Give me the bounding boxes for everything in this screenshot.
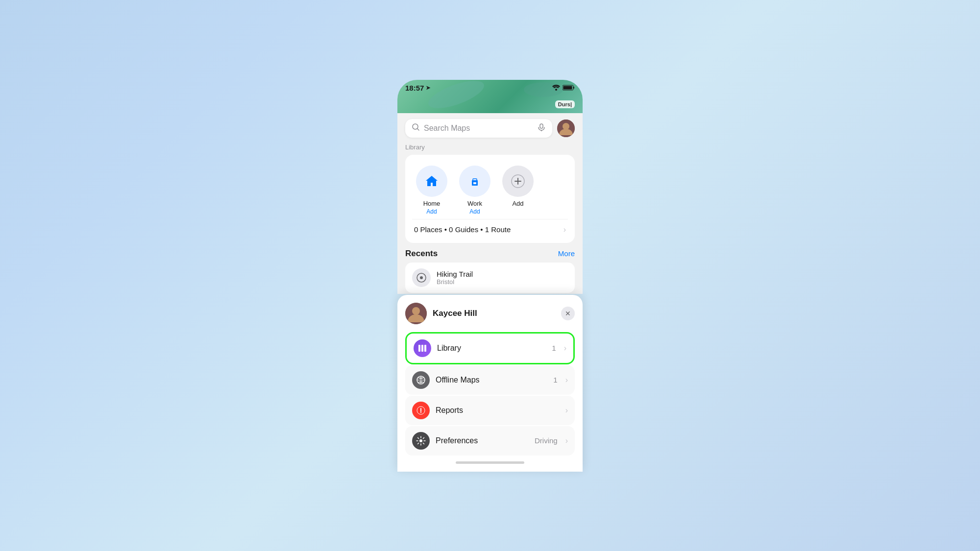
- status-icons: [552, 84, 575, 93]
- recents-header: Recents More: [405, 249, 575, 259]
- work-icon-circle: [459, 166, 490, 197]
- svg-rect-3: [564, 86, 572, 89]
- svg-point-0: [555, 89, 557, 91]
- map-label: Durs|: [555, 100, 575, 108]
- offline-maps-badge: 1: [553, 376, 557, 384]
- offline-maps-menu-icon: [412, 371, 430, 389]
- recent-item-text: Hiking Trail Bristol: [437, 270, 568, 286]
- user-card-avatar: [405, 303, 427, 324]
- work-library-item[interactable]: Work Add: [455, 166, 494, 215]
- svg-rect-17: [421, 345, 423, 352]
- map-peek: 18:57 ➤: [397, 80, 583, 113]
- microphone-icon[interactable]: [538, 123, 545, 133]
- phone-container: 18:57 ➤: [397, 80, 583, 472]
- status-bar: 18:57 ➤: [405, 84, 575, 93]
- library-menu-icon: [414, 339, 431, 357]
- home-add-label: Add: [426, 208, 437, 215]
- preferences-menu-icon: [412, 432, 430, 450]
- search-icon: [412, 123, 420, 133]
- reports-menu-icon: [412, 402, 430, 419]
- library-section: Home Add Work Add: [405, 155, 575, 243]
- preferences-label: Preferences: [436, 436, 529, 445]
- offline-maps-label: Offline Maps: [436, 376, 547, 384]
- search-placeholder: Search Maps: [424, 124, 534, 133]
- offline-maps-chevron-icon: ›: [565, 376, 568, 384]
- reports-label: Reports: [436, 406, 552, 415]
- places-count-text: 0 Places • 0 Guides • 1 Route: [414, 225, 511, 234]
- home-icon-circle: [416, 166, 447, 197]
- svg-rect-5: [540, 124, 543, 128]
- preferences-badge: Driving: [535, 436, 558, 445]
- library-section-label: Library: [405, 144, 575, 151]
- user-avatar-button[interactable]: [557, 120, 575, 137]
- menu-list: Library 1 › Offline Maps 1 ›: [405, 332, 575, 455]
- home-indicator: [456, 461, 524, 464]
- navigation-arrow-icon: ➤: [426, 85, 430, 91]
- library-menu-label: Library: [437, 344, 546, 353]
- svg-point-7: [563, 123, 569, 130]
- svg-rect-16: [418, 345, 420, 352]
- close-button[interactable]: ✕: [561, 307, 575, 320]
- library-chevron-icon: ›: [564, 344, 566, 353]
- recent-item-subtitle: Bristol: [437, 278, 568, 286]
- home-library-item[interactable]: Home Add: [412, 166, 451, 215]
- menu-item-offline-maps[interactable]: Offline Maps 1 ›: [405, 365, 575, 395]
- recent-item-hiking-trail[interactable]: Hiking Trail Bristol: [405, 263, 575, 293]
- status-time: 18:57 ➤: [405, 84, 430, 92]
- menu-item-preferences[interactable]: Preferences Driving ›: [405, 426, 575, 455]
- user-name-label: Kaycee Hill: [433, 309, 555, 318]
- menu-item-library[interactable]: Library 1 ›: [405, 332, 575, 364]
- menu-item-reports[interactable]: Reports ›: [405, 396, 575, 425]
- svg-point-4: [413, 124, 418, 129]
- add-label: Add: [512, 200, 523, 207]
- home-label: Home: [423, 200, 441, 207]
- search-bar-container: Search Maps: [397, 113, 583, 144]
- user-card-panel: Kaycee Hill ✕ Library 1 ›: [397, 295, 583, 472]
- add-icon-circle: [502, 166, 534, 197]
- svg-point-13: [420, 276, 423, 279]
- recents-label: Recents: [405, 249, 438, 259]
- library-badge: 1: [552, 344, 556, 352]
- svg-rect-10: [473, 182, 476, 184]
- add-library-item[interactable]: Add: [498, 166, 538, 215]
- places-row[interactable]: 0 Places • 0 Guides • 1 Route ›: [412, 219, 568, 236]
- recent-item-icon: [412, 268, 431, 287]
- user-header: Kaycee Hill ✕: [405, 303, 575, 324]
- main-panel: Search Maps Library: [397, 113, 583, 294]
- more-button[interactable]: More: [558, 249, 575, 258]
- work-label: Work: [467, 200, 482, 207]
- svg-rect-2: [573, 87, 574, 89]
- svg-rect-18: [424, 345, 426, 352]
- preferences-chevron-icon: ›: [565, 436, 568, 445]
- wifi-icon: [552, 84, 560, 93]
- svg-point-15: [412, 307, 420, 315]
- reports-chevron-icon: ›: [565, 406, 568, 415]
- svg-point-21: [419, 439, 422, 442]
- search-bar[interactable]: Search Maps: [405, 119, 552, 138]
- work-add-label: Add: [469, 208, 480, 215]
- battery-icon: [563, 84, 575, 93]
- time-display: 18:57: [405, 84, 424, 92]
- places-chevron-icon: ›: [564, 225, 566, 234]
- library-icons-row: Home Add Work Add: [412, 162, 568, 217]
- recent-item-title: Hiking Trail: [437, 270, 568, 278]
- svg-rect-9: [473, 179, 477, 181]
